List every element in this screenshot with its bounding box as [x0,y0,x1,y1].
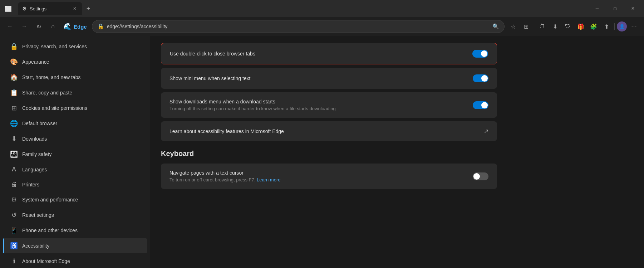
window-controls: ─ □ ✕ [589,3,641,14]
collections-button[interactable]: ⊞ [520,21,532,32]
settings-tab[interactable]: ⚙ Settings ✕ [18,2,82,15]
sidebar-item-cookies[interactable]: ⊞ Cookies and site permissions [3,101,147,116]
main-layout: 🔒 Privacy, search, and services 🎨 Appear… [0,36,644,268]
sidebar-icon-family: 👨‍👩‍👧 [10,150,18,158]
sidebar-label-appearance: Appearance [22,59,49,65]
extensions-icon: 🧩 [590,23,597,30]
favorites-icon: ☆ [511,23,516,30]
sidebar-item-privacy[interactable]: 🔒 Privacy, search, and services [3,39,147,54]
home-icon: ⌂ [51,23,55,30]
close-button[interactable]: ✕ [625,3,641,14]
history-button[interactable]: ⏱ [536,21,548,32]
forward-button[interactable]: → [19,21,30,32]
shield-button[interactable]: 🛡 [562,21,574,32]
toggle-knob-double-click [481,50,487,57]
sidebar-item-family[interactable]: 👨‍👩‍👧 Family safety [3,147,147,162]
extensions-button[interactable]: 🧩 [588,21,599,32]
sidebar-icon-languages: A [10,166,18,173]
sidebar-label-accessibility: Accessibility [22,243,49,249]
rewards-button[interactable]: 🎁 [575,21,586,32]
address-bar[interactable]: 🔒 edge://settings/accessibility 🔍 [92,20,505,33]
toggle-knob-text-cursor [473,173,480,180]
setting-text-mini-menu: Show mini menu when selecting text [169,75,473,81]
sidebar-label-share: Share, copy and paste [22,90,72,96]
toggle-knob-downloads-menu [481,102,488,108]
sidebar-item-about[interactable]: ℹ About Microsoft Edge [3,254,147,268]
settings-tab-label: Settings [30,6,69,11]
sidebar-icon-cookies: ⊞ [10,104,18,112]
downloads-toolbar-icon: ⬇ [553,23,557,30]
settings-tab-icon: ⚙ [22,6,27,11]
minimize-button[interactable]: ─ [589,3,605,14]
maximize-button[interactable]: □ [607,3,623,14]
sidebar-item-reset[interactable]: ↺ Reset settings [3,208,147,223]
sidebar-icon-phone: 📱 [10,226,18,234]
toggle-mini-menu[interactable] [473,74,488,82]
sidebar-icon-accessibility: ♿ [10,242,18,250]
setting-subtitle-text-cursor: To turn on or off caret browsing, press … [169,177,473,182]
more-actions-icon: ⋯ [631,23,637,30]
setting-text-downloads-menu: Show downloads menu when a download star… [169,99,473,111]
sidebar-item-languages[interactable]: A Languages [3,162,147,177]
content-inner: Use double-click to close browser tabs S… [150,36,508,200]
settings-tab-close[interactable]: ✕ [72,5,78,12]
setting-text-text-cursor: Navigate pages with a text cursor To tur… [169,170,473,182]
toolbar-divider-1 [534,23,534,30]
toggle-text-cursor[interactable] [473,172,488,180]
sidebar-item-accessibility[interactable]: ♿ Accessibility [3,238,147,253]
sidebar-item-default-browser[interactable]: 🌐 Default browser [3,116,147,131]
downloads-toolbar-button[interactable]: ⬇ [549,21,561,32]
setting-title-mini-menu: Show mini menu when selecting text [169,75,473,81]
more-actions-button[interactable]: ⋯ [628,21,640,32]
sidebar-label-start: Start, home, and new tabs [22,74,80,80]
sidebar-icon-about: ℹ [10,257,18,265]
toolbar-divider-2 [614,23,615,30]
sidebar-item-system[interactable]: ⚙ System and performance [3,192,147,207]
keyboard-heading: Keyboard [161,150,497,158]
profile-avatar-initial: 👤 [619,24,625,29]
sidebar-label-family: Family safety [22,151,51,157]
sidebar-item-phone[interactable]: 📱 Phone and other devices [3,223,147,238]
setting-title-learn-accessibility: Learn about accessibility features in Mi… [169,128,484,134]
toggle-double-click[interactable] [472,50,488,58]
back-button[interactable]: ← [4,21,16,32]
setting-card-text-cursor: Navigate pages with a text cursor To tur… [161,164,497,189]
sidebar-icon-start: 🏠 [10,73,18,81]
content-area: Use double-click to close browser tabs S… [150,36,644,268]
learn-more-link-text-cursor[interactable]: Learn more [257,177,280,182]
toolbar-icons: ☆ ⊞ ⏱ ⬇ 🛡 🎁 🧩 ⬆ 👤 ⋯ [507,21,640,32]
sidebar-toggle-button[interactable]: ⬜ [3,3,14,14]
sidebar-item-printers[interactable]: 🖨 Printers [3,177,147,192]
favorites-button[interactable]: ☆ [507,21,519,32]
sidebar-label-printers: Printers [22,182,39,187]
back-icon: ← [7,23,13,30]
address-search-icon: 🔍 [492,23,499,30]
refresh-button[interactable]: ↻ [33,21,44,32]
new-tab-button[interactable]: + [83,3,94,14]
title-bar-left: ⬜ ⚙ Settings ✕ + [3,2,94,15]
sidebar-label-languages: Languages [22,167,47,172]
sidebar-icon-default-browser: 🌐 [10,120,18,127]
sidebar-item-start[interactable]: 🏠 Start, home, and new tabs [3,70,147,85]
sidebar-item-share[interactable]: 📋 Share, copy and paste [3,85,147,100]
sidebar-icon-printers: 🖨 [10,181,18,188]
history-icon: ⏱ [539,23,545,30]
toggle-downloads-menu[interactable] [473,101,488,109]
edge-logo-icon: 🌊 [64,23,72,30]
sidebar-item-downloads[interactable]: ⬇ Downloads [3,131,147,146]
sidebar-item-appearance[interactable]: 🎨 Appearance [3,54,147,69]
setting-card-downloads-menu: Show downloads menu when a download star… [161,92,497,118]
collections-icon: ⊞ [524,23,529,30]
setting-title-double-click: Use double-click to close browser tabs [170,51,472,57]
external-link-icon-learn-accessibility[interactable]: ↗ [484,128,488,135]
sidebar-icon-reset: ↺ [10,211,18,219]
home-button[interactable]: ⌂ [47,21,59,32]
sidebar-icon-privacy: 🔒 [10,43,18,50]
profile-avatar[interactable]: 👤 [617,21,627,31]
setting-card-learn-accessibility: Learn about accessibility features in Mi… [161,121,497,141]
address-url: edge://settings/accessibility [107,24,490,29]
refresh-icon: ↻ [36,23,41,30]
tab-group: ⚙ Settings ✕ + [18,2,94,15]
share-button[interactable]: ⬆ [601,21,612,32]
setting-subtitle-downloads-menu: Turning off this setting can make it har… [169,106,473,111]
